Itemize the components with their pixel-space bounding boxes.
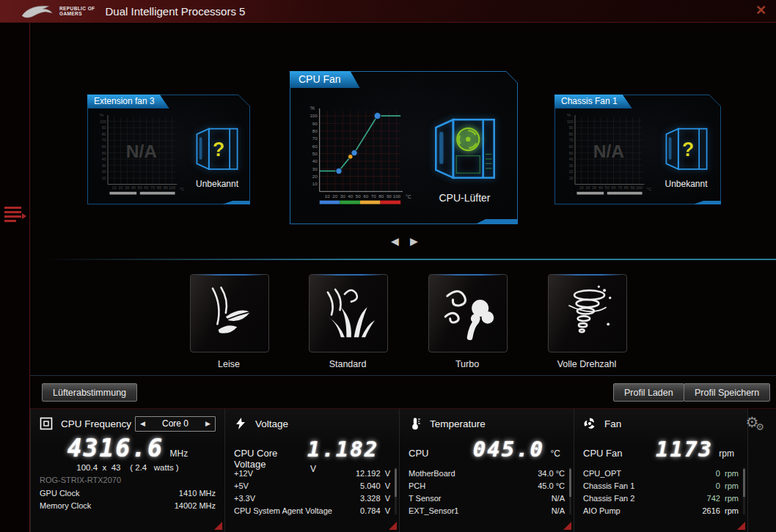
panel-scrollbar[interactable] — [569, 468, 571, 514]
mode-button-volle-drehzahl[interactable] — [548, 274, 627, 352]
profile-save-button[interactable]: Profil Speichern — [684, 383, 770, 402]
fan-card-chassis-fan-1[interactable]: %102030405060708090100102030405060708090… — [554, 95, 721, 204]
fan-card-extension-fan-3[interactable]: %102030405060708090100102030405060708090… — [87, 95, 250, 204]
expand-corner-handle[interactable] — [389, 522, 397, 530]
svg-text:70: 70 — [618, 185, 622, 190]
panel-scrollbar[interactable] — [395, 468, 397, 514]
svg-text:30: 30 — [312, 166, 318, 171]
svg-text:80: 80 — [102, 131, 106, 136]
menu-button[interactable] — [4, 207, 26, 227]
left-rail — [0, 23, 30, 532]
chevron-left-icon: ◀ — [391, 235, 399, 247]
svg-text:40: 40 — [348, 193, 353, 198]
expand-corner-handle[interactable] — [214, 522, 222, 530]
section-divider — [40, 259, 776, 260]
fan-tuning-button[interactable]: Lüfterabstimmung — [42, 383, 137, 402]
menu-arrow-icon — [22, 213, 26, 219]
svg-text:90: 90 — [164, 185, 168, 190]
svg-text:100: 100 — [310, 113, 318, 118]
svg-text:80: 80 — [157, 185, 161, 190]
cpu-core-voltage-value: 1.182 — [307, 437, 378, 462]
svg-text:10: 10 — [569, 175, 574, 180]
svg-text:70: 70 — [150, 185, 155, 190]
svg-text:20: 20 — [119, 185, 123, 190]
svg-text:30: 30 — [569, 163, 574, 167]
tornado-icon — [557, 282, 618, 344]
svg-text:%: % — [310, 105, 315, 110]
carousel-prev-button[interactable]: ◀ — [391, 236, 399, 246]
panel-title: Voltage — [255, 418, 288, 429]
unknown-case-icon: ? — [187, 122, 247, 177]
device-label: Unbekannt — [196, 179, 238, 189]
svg-text:80: 80 — [569, 131, 574, 136]
voltage-panel: Voltage CPU Core Voltage 1.182 V +12V12.… — [225, 409, 400, 532]
svg-text:50: 50 — [356, 193, 361, 198]
monitor-row: MotherBoard34.0 °C — [409, 468, 565, 480]
expand-corner-handle[interactable] — [737, 522, 745, 530]
svg-text:10: 10 — [312, 181, 318, 186]
monitor-row: Chassis Fan 2 742 rpm — [583, 492, 739, 505]
mode-label-turbo: Turbo — [428, 359, 506, 369]
monitor-row: EXT_Sensor1N/A — [409, 505, 565, 517]
fan-overview-panel: %102030405060708090100102030405060708090… — [30, 23, 776, 408]
monitor-row: Chassis Fan 1 0 rpm — [583, 480, 739, 492]
cpu-fan-rpm-value: 1173 — [656, 437, 713, 462]
cpu-temperature-value: 045.0 — [473, 437, 544, 462]
card-title: Chassis Fan 1 — [554, 95, 632, 108]
close-icon: ✕ — [755, 3, 766, 18]
core-next-icon[interactable]: ▶ — [205, 420, 211, 427]
monitor-row: Memory Clock 14002 MHz — [40, 500, 216, 512]
cpu-fan-icon — [457, 128, 479, 150]
close-button[interactable]: ✕ — [755, 2, 766, 18]
panel-scrollbar[interactable] — [743, 468, 745, 514]
svg-text:%: % — [100, 112, 103, 117]
page-title: Dual Intelligent Processors 5 — [105, 5, 245, 18]
brand-text: REPUBLIC OF GAMERS — [59, 6, 95, 17]
mode-button-leise[interactable] — [190, 274, 269, 352]
svg-text:40: 40 — [102, 157, 106, 161]
svg-text:40: 40 — [131, 185, 136, 190]
svg-text:30: 30 — [125, 185, 129, 190]
titlebar: REPUBLIC OF GAMERS Dual Intelligent Proc… — [0, 0, 776, 22]
svg-text:30: 30 — [102, 163, 106, 167]
svg-text:50: 50 — [138, 185, 142, 190]
svg-text:40: 40 — [599, 185, 603, 190]
cpu-fan-curve-chart[interactable]: %102030405060708090100102030405060708090… — [299, 105, 412, 206]
svg-text:100: 100 — [567, 119, 574, 123]
core-selector[interactable]: ◀ Core 0 ▶ — [135, 416, 216, 432]
svg-text:20: 20 — [312, 174, 318, 179]
expand-corner-handle[interactable] — [563, 522, 571, 530]
mode-label-volle-drehzahl: Volle Drehzahl — [548, 359, 626, 369]
chevron-right-icon: ▶ — [410, 235, 418, 247]
profile-load-button[interactable]: Profil Laden — [613, 383, 684, 402]
settings-strip: ⚙⚙ — [748, 409, 776, 532]
carousel-next-button[interactable]: ▶ — [410, 236, 418, 246]
mode-button-standard[interactable] — [309, 274, 388, 352]
monitor-row: +5V5.040 V — [234, 480, 390, 492]
fan-card-cpu-fan[interactable]: %102030405060708090100102030405060708090… — [290, 71, 518, 224]
device-label: CPU-Lüfter — [439, 192, 490, 204]
svg-text:20: 20 — [569, 169, 574, 174]
monitor-row: AIO Pump 2616 rpm — [583, 505, 739, 517]
gpu-device-name: ROG-STRIX-RTX2070 — [40, 476, 216, 484]
temperature-panel: Temperature CPU 045.0 °C MotherBoard34.0… — [400, 409, 574, 532]
svg-text:20: 20 — [332, 193, 337, 198]
svg-text:%: % — [567, 112, 571, 117]
svg-text:100: 100 — [393, 193, 401, 198]
svg-text:60: 60 — [312, 143, 318, 148]
mode-button-turbo[interactable] — [428, 274, 508, 352]
extension-fan-3-chart: %102030405060708090100102030405060708090… — [91, 112, 185, 196]
svg-text:30: 30 — [592, 185, 596, 190]
fan-panel: Fan CPU Fan 1173 rpm CPU_OPT 0 rpm Chass… — [574, 409, 748, 532]
svg-text:40: 40 — [312, 158, 318, 163]
core-prev-icon[interactable]: ◀ — [140, 420, 145, 427]
cpu-frequency-value: 4316.6 — [67, 434, 164, 462]
svg-text:40: 40 — [569, 157, 574, 161]
settings-button[interactable]: ⚙⚙ — [745, 415, 767, 429]
svg-text:80: 80 — [312, 128, 318, 133]
monitor-row: PCH45.0 °C — [409, 480, 565, 492]
svg-text:100: 100 — [169, 185, 175, 190]
svg-text:10: 10 — [112, 185, 117, 190]
main-metric-label: CPU — [409, 448, 428, 459]
device-label: Unbekannt — [665, 179, 707, 189]
